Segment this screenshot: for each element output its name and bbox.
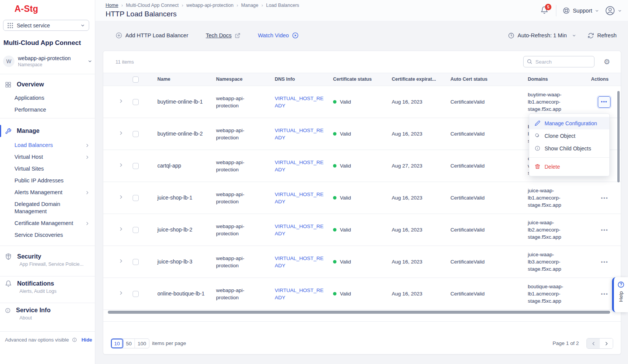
- namespace-name: webapp-api-protection: [18, 55, 84, 61]
- row-checkbox-cell: [131, 195, 157, 201]
- row-expand-chevron[interactable]: [103, 194, 131, 201]
- sidebar-item-virtual-sites[interactable]: Virtual Sites: [0, 163, 95, 175]
- menu-item-delete[interactable]: Delete: [529, 160, 609, 173]
- divider: [0, 74, 95, 74]
- divider: [0, 118, 95, 118]
- search-icon: [527, 59, 532, 64]
- account-menu-button[interactable]: [605, 6, 622, 16]
- prev-page-button[interactable]: [587, 338, 600, 348]
- vertical-scrollbar[interactable]: [617, 91, 620, 182]
- row-expand-chevron[interactable]: [103, 290, 131, 297]
- info-icon: [5, 308, 11, 313]
- row-expand-chevron[interactable]: [103, 130, 131, 137]
- page-size-100[interactable]: 100: [135, 339, 149, 348]
- support-menu-button[interactable]: Support: [562, 7, 599, 14]
- advanced-nav-label: Advanced nav options visible: [5, 337, 69, 343]
- menu-item-manage-configuration[interactable]: Manage Configuration: [529, 117, 609, 129]
- menu-item-clone-object[interactable]: Clone Object: [529, 129, 609, 142]
- breadcrumb-item[interactable]: Multi-Cloud App Connect: [126, 3, 179, 8]
- column-header-name: Name: [157, 76, 216, 83]
- row-actions-button[interactable]: •••: [601, 258, 616, 265]
- row-expand-chevron[interactable]: [103, 226, 131, 233]
- sidebar-section-notifications[interactable]: NotificationsAlerts, Audit Logs: [0, 276, 95, 294]
- sidebar-section-service-info[interactable]: Service InfoAbout: [0, 303, 95, 321]
- sidebar-item-load-balancers[interactable]: Load Balancers: [0, 139, 95, 151]
- row-expand-chevron[interactable]: [103, 98, 131, 105]
- table-footer: 1050100 items per page Page 1 of 2: [103, 321, 621, 354]
- info-icon[interactable]: [72, 337, 77, 342]
- next-page-button[interactable]: [600, 338, 613, 348]
- wrench-icon: [5, 128, 11, 134]
- row-checkbox[interactable]: [133, 131, 139, 137]
- page-size-50[interactable]: 50: [123, 339, 135, 348]
- help-tab[interactable]: Help: [612, 277, 628, 312]
- sidebar-item-virtual-host[interactable]: Virtual Host: [0, 151, 95, 163]
- auto-cert-status: CertificateValid: [450, 130, 528, 137]
- chevron-down-icon: [80, 23, 85, 28]
- sidebar-section-overview[interactable]: Overview: [0, 78, 95, 91]
- breadcrumb-item[interactable]: Load Balancers: [266, 3, 299, 8]
- lb-namespace: webapp-api-protection: [216, 287, 275, 301]
- dns-info-link[interactable]: VIRTUAL_HOST_READY: [275, 95, 333, 109]
- select-all-checkbox[interactable]: [133, 77, 139, 83]
- section-label: Security: [17, 253, 41, 260]
- notifications-bell-button[interactable]: 5: [540, 6, 550, 16]
- row-checkbox[interactable]: [133, 195, 139, 201]
- lb-name: online-boutique-lb-1: [157, 290, 215, 297]
- sidebar-item-public-ip-addresses[interactable]: Public IP Addresses: [0, 175, 95, 187]
- row-checkbox[interactable]: [133, 291, 139, 297]
- refresh-button[interactable]: Refresh: [588, 32, 617, 39]
- hide-advanced-nav-link[interactable]: Hide: [82, 337, 92, 343]
- status-dot-valid: [333, 164, 336, 168]
- row-actions-button[interactable]: •••: [601, 194, 616, 201]
- row-checkbox[interactable]: [133, 259, 139, 265]
- dns-info-link[interactable]: VIRTUAL_HOST_READY: [275, 191, 333, 205]
- status-dot-valid: [333, 292, 336, 295]
- status-text: Valid: [340, 226, 351, 233]
- chevron-right-icon: [119, 291, 123, 295]
- clone-icon: [535, 133, 540, 139]
- sidebar-section-security[interactable]: SecurityApp Firewall, Service Policie...: [0, 249, 95, 267]
- auto-refresh-dropdown[interactable]: Auto-Refresh: 1 Min: [508, 32, 576, 39]
- certificate-expiration: Aug 16, 2023: [392, 290, 450, 297]
- sidebar-item-alerts-management[interactable]: Alerts Management: [0, 187, 95, 198]
- row-expand-chevron[interactable]: [103, 258, 131, 265]
- sidebar-item-delegated-domain-management[interactable]: Delegated Domain Management: [0, 198, 95, 217]
- row-expand-chevron[interactable]: [103, 162, 131, 169]
- dns-info-link[interactable]: VIRTUAL_HOST_READY: [275, 127, 333, 141]
- page-size-10[interactable]: 10: [111, 339, 123, 348]
- tech-docs-link[interactable]: Tech Docs: [206, 32, 240, 38]
- menu-item-show-child-objects[interactable]: Show Child Objects: [529, 142, 609, 155]
- sidebar-item-certificate-management[interactable]: Certificate Management: [0, 217, 95, 229]
- dns-info-link[interactable]: VIRTUAL_HOST_READY: [275, 255, 333, 269]
- column-header-auto-cert-status: Auto Cert status: [450, 76, 528, 83]
- select-service-dropdown[interactable]: Select service: [3, 20, 89, 31]
- select-service-label: Select service: [17, 22, 77, 29]
- search-input[interactable]: [523, 56, 594, 67]
- row-checkbox[interactable]: [133, 99, 139, 105]
- sidebar-section-manage[interactable]: Manage: [0, 125, 95, 137]
- dns-info-link[interactable]: VIRTUAL_HOST_READY: [275, 287, 333, 301]
- table-settings-gear-icon[interactable]: ⚙: [604, 58, 610, 65]
- row-actions-button[interactable]: •••: [598, 96, 610, 108]
- notifications-count-badge: 5: [545, 4, 551, 10]
- dns-info-link[interactable]: VIRTUAL_HOST_READY: [275, 159, 333, 173]
- dns-info-link[interactable]: VIRTUAL_HOST_READY: [275, 223, 333, 237]
- breadcrumb-item[interactable]: Manage: [241, 3, 258, 8]
- page-size-group: 1050100: [111, 338, 149, 348]
- breadcrumb-item[interactable]: webapp-api-protection: [186, 3, 234, 8]
- row-checkbox[interactable]: [133, 227, 139, 233]
- sidebar-item-performance[interactable]: Performance: [0, 104, 95, 116]
- row-checkbox[interactable]: [133, 163, 139, 169]
- sidebar-item-service-discoveries[interactable]: Service Discoveries: [0, 229, 95, 241]
- refresh-icon: [588, 32, 594, 39]
- sidebar-item-applications[interactable]: Applications: [0, 92, 95, 104]
- breadcrumb-item[interactable]: Home: [106, 3, 118, 8]
- add-http-load-balancer-button[interactable]: Add HTTP Load Balancer: [115, 32, 188, 39]
- lb-namespace: webapp-api-protection: [216, 159, 275, 173]
- namespace-selector[interactable]: W webapp-api-protection Namespace: [3, 54, 92, 69]
- row-actions-button[interactable]: •••: [601, 226, 616, 233]
- horizontal-scrollbar[interactable]: [108, 311, 610, 314]
- grid-dots-icon: [7, 22, 13, 29]
- watch-video-link[interactable]: Watch Video: [258, 32, 299, 39]
